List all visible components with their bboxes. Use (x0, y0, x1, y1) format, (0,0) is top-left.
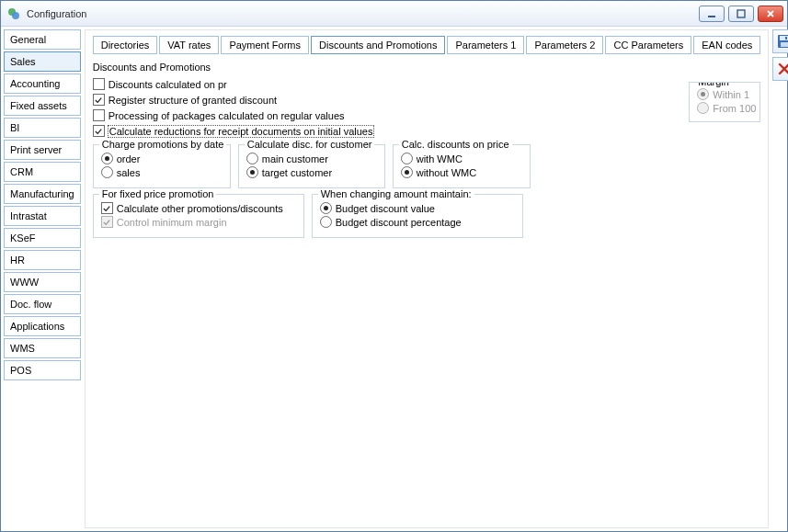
radio-label: order (117, 153, 141, 164)
tab-payment-forms[interactable]: Payment Forms (221, 36, 309, 54)
tab-label: EAN codes (702, 40, 752, 51)
radio-margin-within1: Within 1 (697, 88, 752, 100)
radio-icon (101, 153, 113, 164)
radio-icon (697, 88, 709, 100)
group-margin: Margin Within 1 From 100 (689, 82, 760, 122)
radio-icon (320, 202, 332, 214)
group-charge-by-date: Charge promotions by date order sales (93, 144, 231, 188)
checkbox-label: Calculate reductions for receipt documen… (108, 126, 374, 137)
sidebar-item-hr[interactable]: HR (4, 250, 81, 270)
sidebar-item-print-server[interactable]: Print server (4, 140, 81, 160)
tab-label: Parameters 1 (455, 40, 516, 51)
sidebar-item-crm[interactable]: CRM (4, 162, 81, 182)
sidebar-item-label: CRM (10, 166, 33, 177)
sidebar-item-label: WMS (10, 343, 35, 354)
action-column (769, 29, 788, 528)
tab-cc-parameters[interactable]: CC Parameters (605, 36, 691, 54)
x-icon (777, 62, 788, 76)
sidebar-item-applications[interactable]: Applications (4, 316, 81, 336)
sidebar-item-label: Doc. flow (10, 299, 51, 310)
tab-ean-codes[interactable]: EAN codes (693, 36, 760, 54)
tab-strip: Directories VAT rates Payment Forms Disc… (93, 36, 761, 54)
group-legend: Calc. discounts on price (399, 139, 512, 150)
tab-label: Parameters 2 (534, 40, 595, 51)
sidebar-item-ksef[interactable]: KSeF (4, 228, 81, 248)
radio-label: sales (117, 167, 141, 178)
sidebar-item-label: Accounting (10, 78, 60, 89)
radio-sales[interactable]: sales (101, 166, 223, 178)
svg-rect-6 (781, 42, 788, 47)
chk-discounts-on-pr[interactable]: Discounts calculated on pr (93, 78, 374, 90)
config-window: Configuration General Sales Accounting F… (0, 0, 788, 532)
close-button[interactable] (758, 6, 783, 22)
group-legend: For fixed price promotion (99, 188, 217, 199)
sidebar-item-label: Fixed assets (10, 100, 67, 111)
top-options-block: Discounts calculated on pr Register stru… (93, 76, 761, 139)
radio-target-customer[interactable]: target customer (246, 166, 377, 178)
radio-label: Budget discount percentage (336, 217, 462, 228)
minimize-button[interactable] (699, 6, 725, 22)
checkbox-label: Discounts calculated on pr (108, 79, 227, 90)
checkbox-label: Processing of packages calculated on reg… (108, 110, 345, 121)
top-checkboxes: Discounts calculated on pr Register stru… (93, 76, 374, 139)
sidebar-item-manufacturing[interactable]: Manufacturing (4, 184, 81, 204)
checkbox-label: Calculate other promotions/discounts (117, 203, 283, 214)
sidebar-item-label: KSeF (10, 232, 36, 243)
radio-order[interactable]: order (101, 153, 223, 164)
tab-label: Discounts and Promotions (319, 40, 437, 51)
save-button[interactable] (772, 29, 788, 53)
checkbox-icon (93, 78, 105, 90)
cancel-button[interactable] (772, 57, 788, 81)
main-panel: Directories VAT rates Payment Forms Disc… (85, 29, 770, 528)
chk-calc-reductions-initial[interactable]: Calculate reductions for receipt documen… (93, 125, 374, 137)
radio-label: From 100 (713, 103, 756, 114)
chk-register-structure[interactable]: Register structure of granted discount (93, 94, 374, 106)
sidebar-item-fixed-assets[interactable]: Fixed assets (4, 96, 81, 116)
radio-with-wmc[interactable]: with WMC (401, 153, 522, 164)
sidebar-item-www[interactable]: WWW (4, 272, 81, 292)
radio-icon (246, 166, 258, 178)
sidebar-item-intrastat[interactable]: Intrastat (4, 206, 81, 226)
sidebar-item-label: POS (10, 365, 31, 376)
chk-packages-regular[interactable]: Processing of packages calculated on reg… (93, 109, 374, 121)
radio-icon (401, 153, 413, 164)
radio-without-wmc[interactable]: without WMC (401, 166, 522, 178)
radio-label: Budget discount value (336, 203, 435, 214)
sidebar-item-pos[interactable]: POS (4, 360, 81, 380)
svg-rect-3 (737, 10, 745, 17)
checkbox-icon (101, 216, 113, 228)
group-fixed-price: For fixed price promotion Calculate othe… (93, 194, 304, 238)
side-nav: General Sales Accounting Fixed assets BI… (4, 29, 85, 528)
tab-label: Payment Forms (229, 40, 301, 51)
svg-rect-7 (785, 37, 787, 40)
tab-label: CC Parameters (613, 40, 683, 51)
sidebar-item-general[interactable]: General (4, 29, 81, 50)
tab-directories[interactable]: Directories (93, 36, 158, 54)
chk-calc-other-promotions[interactable]: Calculate other promotions/discounts (101, 202, 296, 214)
window-title: Configuration (27, 8, 695, 19)
sidebar-item-bi[interactable]: BI (4, 118, 81, 138)
sidebar-item-doc-flow[interactable]: Doc. flow (4, 294, 81, 314)
radio-main-customer[interactable]: main customer (246, 153, 377, 164)
chk-control-min-margin: Control minimum margin (101, 216, 296, 228)
tab-parameters-2[interactable]: Parameters 2 (526, 36, 603, 54)
sidebar-item-label: Print server (10, 144, 62, 155)
sidebar-item-sales[interactable]: Sales (4, 51, 81, 72)
radio-label: without WMC (417, 167, 476, 178)
maximize-button[interactable] (728, 6, 754, 22)
sidebar-item-accounting[interactable]: Accounting (4, 74, 81, 94)
tab-discounts-promotions[interactable]: Discounts and Promotions (311, 36, 445, 54)
checkbox-icon (93, 125, 105, 137)
tab-parameters-1[interactable]: Parameters 1 (447, 36, 524, 54)
svg-rect-2 (708, 16, 715, 17)
radio-budget-percent[interactable]: Budget discount percentage (320, 216, 515, 228)
sidebar-item-wms[interactable]: WMS (4, 338, 81, 358)
radio-icon (697, 102, 709, 114)
tab-label: VAT rates (167, 40, 211, 51)
radio-budget-value[interactable]: Budget discount value (320, 202, 515, 214)
sidebar-item-label: Intrastat (10, 210, 47, 221)
tab-vat-rates[interactable]: VAT rates (159, 36, 219, 54)
checkbox-icon (93, 109, 105, 121)
radio-label: Within 1 (713, 89, 749, 100)
group-legend: Charge promotions by date (99, 139, 227, 150)
